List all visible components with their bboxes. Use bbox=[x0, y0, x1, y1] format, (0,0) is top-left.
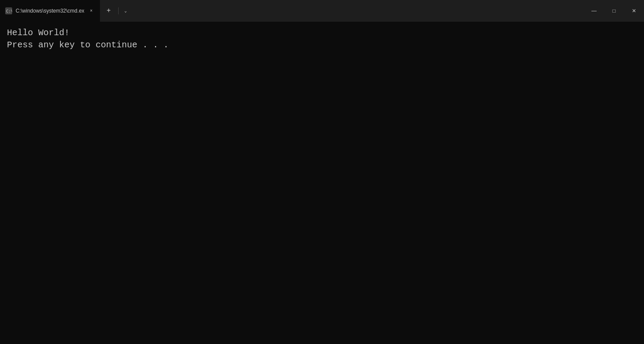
svg-text:C:\: C:\ bbox=[6, 9, 12, 13]
active-tab[interactable]: C:\ C:\windows\system32\cmd.ex × bbox=[0, 0, 100, 22]
close-button[interactable]: ✕ bbox=[624, 0, 644, 22]
tab-dropdown-button[interactable]: ⌄ bbox=[120, 5, 132, 17]
terminal-line-2: Press any key to continue . . . bbox=[7, 39, 637, 51]
new-tab-button[interactable]: + bbox=[102, 4, 116, 18]
window-controls: — □ ✕ bbox=[584, 0, 644, 22]
titlebar: C:\ C:\windows\system32\cmd.ex × + ⌄ — □… bbox=[0, 0, 644, 22]
terminal-icon: C:\ bbox=[5, 7, 12, 14]
tab-title: C:\windows\system32\cmd.ex bbox=[16, 8, 84, 14]
titlebar-divider bbox=[118, 7, 119, 14]
maximize-button[interactable]: □ bbox=[604, 0, 624, 22]
tab-close-button[interactable]: × bbox=[88, 7, 95, 14]
terminal-line-1: Hello World! bbox=[7, 27, 637, 39]
terminal-window: C:\ C:\windows\system32\cmd.ex × + ⌄ — □… bbox=[0, 0, 644, 344]
minimize-button[interactable]: — bbox=[584, 0, 604, 22]
tab-area: C:\ C:\windows\system32\cmd.ex × + ⌄ bbox=[0, 0, 584, 22]
terminal-body[interactable]: Hello World! Press any key to continue .… bbox=[0, 22, 644, 344]
